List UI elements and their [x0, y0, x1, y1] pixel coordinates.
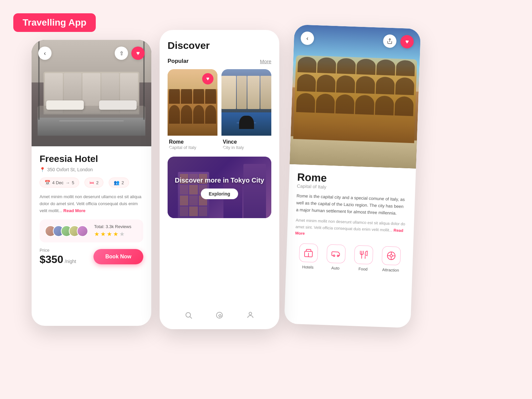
popular-row: Popular More — [160, 58, 279, 65]
venice-card[interactable]: Vince City in Italy — [221, 69, 271, 150]
rome-favorite-button[interactable]: ♥ — [202, 73, 213, 84]
rome-image: ♥ — [168, 69, 217, 136]
food-icon — [354, 245, 373, 264]
hotel-description: Amet minim mollit non deserunt ullamco e… — [40, 194, 143, 214]
hotel-name: Freesia Hotel — [40, 154, 143, 164]
rome-info: Rome Capital of Italy — [168, 136, 217, 150]
guests-icon: 👥 — [114, 180, 119, 185]
avatar — [77, 225, 88, 237]
popular-label: Popular — [168, 58, 189, 65]
hotel-location: 📍 350 Oxfort St, London — [40, 167, 143, 172]
popular-cards: ♥ Rome Capital of Italy — [160, 69, 279, 150]
rome-description-2: Amet minim mollit non deserunt ullamco e… — [295, 217, 406, 240]
hotels-category[interactable]: Hotels — [299, 243, 318, 270]
svg-line-1 — [190, 317, 192, 319]
tokyo-text: Discover more in Tokyo City — [175, 176, 264, 185]
reviewer-avatars — [45, 225, 85, 237]
back-button[interactable]: ‹ — [38, 47, 52, 60]
price-book-row: Price $350 /night Book Now — [40, 248, 143, 266]
price-section: Price $350 /night — [40, 248, 76, 266]
star-rating: ★ ★ ★ ★ ★ — [94, 230, 131, 238]
favorite-button[interactable]: ♥ — [131, 47, 145, 60]
rome-detail-content: Rome Capital of Italy Rome is the capita… — [286, 164, 416, 280]
discover-title: Discover — [168, 40, 271, 51]
tokyo-overlay: Discover more in Tokyo City Exploring — [168, 157, 271, 218]
bed-icon: 🛏 — [89, 180, 94, 185]
rome-description: Rome is the capital city and a special c… — [296, 193, 407, 217]
svg-point-3 — [249, 312, 252, 315]
price-display: $350 /night — [40, 253, 76, 266]
reviews-row: Total: 3.3k Reviews ★ ★ ★ ★ ★ — [40, 219, 143, 242]
bottom-nav — [160, 311, 279, 321]
category-row: Hotels Auto — [294, 243, 405, 273]
venice-info: Vince City in Italy — [221, 136, 271, 150]
hotel-image: ‹ ⇧ ♥ — [32, 40, 151, 146]
share-button[interactable]: ⇧ — [115, 47, 128, 60]
hotels-icon — [299, 243, 318, 263]
hotel-card: ‹ ⇧ ♥ Freesia Hotel 📍 350 Oxfort St, Lon… — [32, 40, 151, 326]
attraction-label: Attraction — [382, 267, 399, 273]
card3-back-button[interactable]: ‹ — [301, 31, 314, 45]
svg-point-6 — [333, 255, 335, 257]
card3-action-buttons: ♥ — [383, 34, 414, 49]
discover-nav-icon[interactable] — [215, 311, 223, 321]
attraction-category[interactable]: Attraction — [381, 246, 401, 273]
date-value: 4 Dec — [52, 180, 64, 185]
rooms-value: 2 — [96, 180, 98, 185]
rome-subtitle: Capital of Italy — [169, 145, 216, 150]
rome-name: Rome — [169, 139, 216, 145]
guests-value: 2 — [121, 180, 124, 185]
profile-nav-icon[interactable] — [246, 311, 254, 321]
book-now-button[interactable]: Book Now — [93, 249, 143, 264]
guests-pill: 👥 2 — [109, 178, 129, 188]
rooms-pill: 🛏 2 — [84, 178, 103, 188]
card3-favorite-button[interactable]: ♥ — [400, 35, 414, 49]
venice-name: Vince — [223, 139, 270, 145]
calendar-icon: 📅 — [45, 180, 50, 185]
card3-share-button[interactable] — [383, 34, 397, 48]
attraction-icon — [381, 246, 401, 265]
read-more-link[interactable]: Read More — [64, 208, 85, 213]
tokyo-banner: Discover more in Tokyo City Exploring — [168, 157, 271, 218]
hotel-info: Freesia Hotel 📍 350 Oxfort St, London 📅 … — [32, 146, 151, 273]
svg-point-0 — [186, 313, 191, 317]
food-category[interactable]: Food — [354, 245, 373, 272]
search-nav-icon[interactable] — [185, 311, 193, 321]
more-link[interactable]: More — [260, 59, 271, 64]
svg-point-8 — [390, 255, 392, 257]
auto-category[interactable]: Auto — [326, 244, 346, 271]
price-value: $350 — [40, 253, 63, 265]
location-icon: 📍 — [40, 167, 45, 172]
discover-header: Discover — [160, 30, 279, 58]
reviews-total: Total: 3.3k Reviews — [94, 224, 131, 229]
reviews-info: Total: 3.3k Reviews ★ ★ ★ ★ ★ — [94, 224, 131, 238]
discover-card: Discover Popular More — [160, 30, 279, 329]
checkout-value: 5 — [72, 180, 74, 185]
rome-detail-card: ‹ ♥ Rome Capital of Italy Rome is the ca… — [284, 25, 421, 328]
app-label: Travelling App — [13, 13, 96, 32]
exploring-button[interactable]: Exploring — [201, 189, 238, 199]
hotel-meta: 📅 4 Dec → 5 🛏 2 👥 2 — [40, 178, 143, 188]
venice-image — [221, 69, 271, 136]
venice-subtitle: City in Italy — [223, 145, 270, 150]
price-unit: /night — [65, 259, 76, 264]
auto-label: Auto — [331, 266, 339, 271]
auto-icon — [326, 244, 345, 263]
rome-detail-image: ‹ ♥ — [290, 25, 421, 169]
food-label: Food — [358, 267, 368, 272]
hotels-label: Hotels — [302, 265, 314, 270]
rome-card[interactable]: ♥ Rome Capital of Italy — [168, 69, 217, 150]
price-label: Price — [40, 248, 76, 253]
date-pill: 📅 4 Dec → 5 — [40, 178, 79, 188]
